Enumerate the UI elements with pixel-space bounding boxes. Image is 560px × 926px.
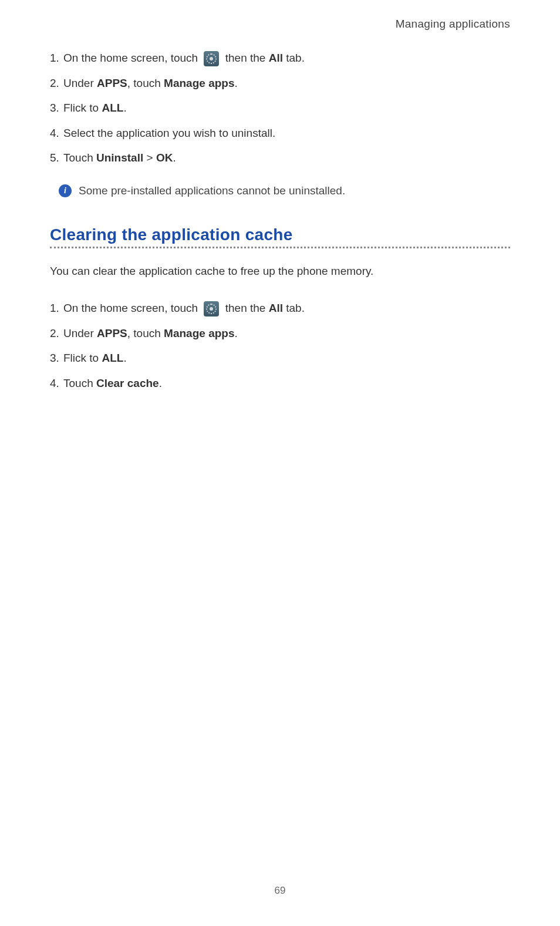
step-number: 3. (50, 100, 62, 117)
cache-steps-list: 1. On the home screen, touch then the Al… (50, 300, 510, 392)
section-heading-clearing-cache: Clearing the application cache (50, 225, 510, 244)
text-part: then the (225, 302, 269, 314)
bold-text: APPS (97, 77, 127, 89)
page-header: Managing applications (396, 18, 510, 31)
text-part: . (123, 102, 126, 114)
bold-text: Clear cache (96, 377, 159, 389)
uninstall-step-1: 1. On the home screen, touch then the Al… (50, 50, 510, 67)
step-number: 4. (50, 125, 62, 142)
page-content: 1. On the home screen, touch then the Al… (0, 0, 560, 392)
uninstall-step-2: 2. Under APPS, touch Manage apps. (50, 75, 510, 92)
text-part: tab. (283, 302, 305, 314)
step-text: On the home screen, touch then the All t… (63, 50, 305, 67)
uninstall-steps-list: 1. On the home screen, touch then the Al… (50, 50, 510, 167)
step-text: Touch Clear cache. (63, 375, 162, 392)
step-text: Select the application you wish to unins… (63, 125, 275, 142)
text-part: Touch (63, 151, 96, 164)
text-part: . (234, 77, 237, 89)
text-part: . (159, 377, 162, 389)
step-number: 1. (50, 300, 62, 317)
text-part: . (173, 151, 176, 164)
uninstall-step-4: 4. Select the application you wish to un… (50, 125, 510, 142)
text-part: , touch (127, 327, 164, 339)
bold-text: All (269, 52, 283, 64)
text-part: , touch (127, 77, 164, 89)
text-part: On the home screen, touch (63, 52, 201, 64)
uninstall-step-3: 3. Flick to ALL. (50, 100, 510, 117)
step-number: 5. (50, 150, 62, 167)
info-note-text: Some pre-installed applications cannot b… (79, 184, 345, 197)
step-number: 4. (50, 375, 62, 392)
info-icon: i (59, 184, 72, 197)
step-number: 2. (50, 325, 62, 342)
bold-text: ALL (102, 102, 123, 114)
bold-text: APPS (97, 327, 127, 339)
text-part: . (123, 352, 126, 364)
text-part: Under (63, 327, 97, 339)
settings-icon (204, 301, 219, 316)
text-part: > (143, 151, 156, 164)
step-text: On the home screen, touch then the All t… (63, 300, 305, 317)
settings-icon (204, 51, 219, 66)
cache-step-4: 4. Touch Clear cache. (50, 375, 510, 392)
step-text: Under APPS, touch Manage apps. (63, 325, 238, 342)
text-part: Touch (63, 377, 96, 389)
bold-text: ALL (102, 352, 123, 364)
bold-text: Manage apps (164, 327, 234, 339)
dotted-divider (50, 247, 510, 248)
text-part: Under (63, 77, 97, 89)
intro-paragraph: You can clear the application cache to f… (50, 263, 510, 280)
step-number: 2. (50, 75, 62, 92)
step-number: 1. (50, 50, 62, 67)
bold-text: Manage apps (164, 77, 234, 89)
bold-text: OK (156, 151, 173, 164)
text-part: Flick to (63, 352, 102, 364)
text-part: Flick to (63, 102, 102, 114)
text-part: then the (225, 52, 269, 64)
step-text: Touch Uninstall > OK. (63, 150, 176, 167)
info-note: i Some pre-installed applications cannot… (59, 184, 510, 197)
uninstall-step-5: 5. Touch Uninstall > OK. (50, 150, 510, 167)
bold-text: Uninstall (96, 151, 143, 164)
cache-step-2: 2. Under APPS, touch Manage apps. (50, 325, 510, 342)
step-text: Under APPS, touch Manage apps. (63, 75, 238, 92)
step-text: Flick to ALL. (63, 100, 127, 117)
bold-text: All (269, 302, 283, 314)
cache-step-3: 3. Flick to ALL. (50, 350, 510, 367)
text-part: On the home screen, touch (63, 302, 201, 314)
text-part: . (234, 327, 237, 339)
step-text: Flick to ALL. (63, 350, 127, 367)
text-part: Select the application you wish to unins… (63, 127, 275, 139)
step-number: 3. (50, 350, 62, 367)
text-part: tab. (283, 52, 305, 64)
cache-step-1: 1. On the home screen, touch then the Al… (50, 300, 510, 317)
page-number: 69 (275, 885, 286, 897)
